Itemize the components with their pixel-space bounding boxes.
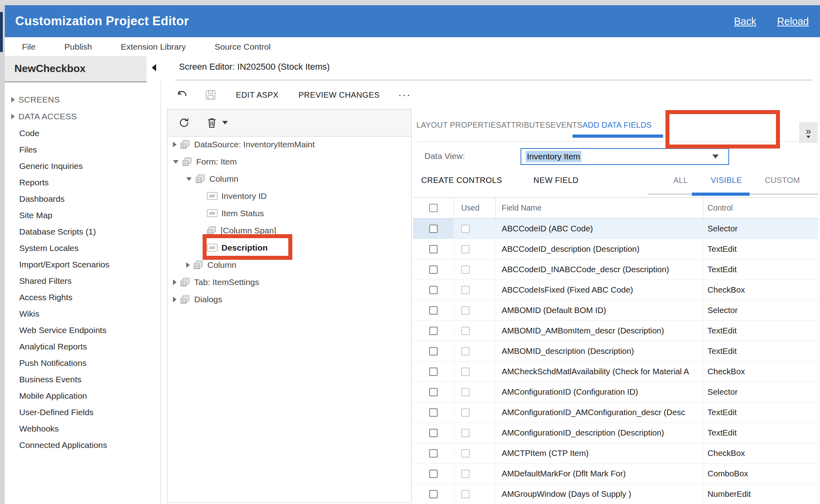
- row-select-checkbox[interactable]: [429, 306, 438, 315]
- panel-tab[interactable]: LAYOUT PROPERTIES: [416, 120, 501, 130]
- row-used-checkbox[interactable]: [461, 286, 470, 294]
- back-link[interactable]: Back: [734, 16, 756, 27]
- sidebar-collapse-button[interactable]: [147, 56, 161, 79]
- row-used-checkbox[interactable]: [461, 327, 470, 335]
- table-row[interactable]: ABCCodeID_INABCCode_descr (Description) …: [413, 259, 818, 280]
- expand-arrow-down-icon[interactable]: [173, 160, 179, 164]
- new-field-button[interactable]: NEW FIELD: [533, 176, 579, 185]
- sidebar-item[interactable]: Database Scripts (1): [5, 223, 161, 240]
- sidebar-item[interactable]: Access Rights: [5, 289, 161, 305]
- panel-tab[interactable]: ADD DATA FIELDS: [583, 120, 652, 130]
- menu-item[interactable]: Extension Library: [121, 42, 186, 52]
- row-select-checkbox[interactable]: [429, 286, 438, 294]
- sidebar-item[interactable]: Site Map: [5, 207, 161, 223]
- table-row[interactable]: AMDefaultMarkFor (Dflt Mark For) ComboBo…: [413, 464, 818, 484]
- row-used-checkbox[interactable]: [461, 408, 470, 417]
- undo-button[interactable]: [177, 90, 189, 100]
- menu-item[interactable]: File: [22, 42, 36, 52]
- sidebar-item[interactable]: Files: [5, 141, 161, 158]
- filter-tab[interactable]: VISIBLE: [711, 176, 742, 185]
- row-used-checkbox[interactable]: [461, 225, 470, 233]
- sidebar-item[interactable]: Import/Export Scenarios: [5, 256, 161, 273]
- select-all-checkbox[interactable]: [429, 204, 438, 212]
- table-row[interactable]: AMConfigurationID (Configuration ID) Sel…: [413, 382, 818, 402]
- expand-arrow-right-icon[interactable]: [173, 142, 177, 147]
- tree-node[interactable]: DataSource: InventoryItemMaint: [167, 136, 411, 153]
- sidebar-item[interactable]: Web Service Endpoints: [5, 322, 161, 338]
- table-row[interactable]: AMBOMID_AMBomItem_descr (Description) Te…: [413, 321, 818, 341]
- row-used-checkbox[interactable]: [461, 245, 470, 253]
- table-row[interactable]: ABCCodeIsFixed (Fixed ABC Code) CheckBox: [413, 280, 818, 300]
- tree-node[interactable]: abl Inventory ID: [167, 187, 411, 205]
- row-select-checkbox[interactable]: [429, 388, 438, 396]
- expand-arrow-right-icon[interactable]: [173, 279, 177, 285]
- menu-item[interactable]: Source Control: [215, 42, 271, 52]
- table-row[interactable]: ABCCodeID_description (Description) Text…: [413, 239, 818, 259]
- tree-node[interactable]: Column: [167, 256, 411, 273]
- filter-tab[interactable]: CUSTOM: [765, 176, 800, 185]
- create-controls-button[interactable]: CREATE CONTROLS: [421, 176, 502, 185]
- row-select-checkbox[interactable]: [429, 367, 438, 376]
- delete-button[interactable]: [207, 117, 228, 129]
- sidebar-item[interactable]: Business Events: [5, 371, 161, 388]
- sidebar-item[interactable]: Code: [5, 125, 161, 141]
- sidebar-item[interactable]: Wikis: [5, 305, 161, 322]
- row-select-checkbox[interactable]: [429, 490, 438, 498]
- row-used-checkbox[interactable]: [461, 367, 470, 376]
- edit-aspx-button[interactable]: EDIT ASPX: [236, 90, 279, 100]
- sidebar-item[interactable]: Reports: [5, 174, 161, 191]
- expand-panel-button[interactable]: »: [799, 122, 818, 143]
- expand-arrow-down-icon[interactable]: [186, 177, 192, 181]
- table-row[interactable]: AMCheckSchdMatlAvailability (Check for M…: [413, 361, 818, 382]
- more-options-button[interactable]: ···: [398, 89, 411, 101]
- tree-node[interactable]: Form: Item: [167, 153, 411, 170]
- table-row[interactable]: AMBOMID (Default BOM ID) Selector: [413, 300, 818, 321]
- data-view-combobox[interactable]: Inventory Item: [521, 148, 729, 165]
- sidebar-item[interactable]: Shared Filters: [5, 273, 161, 289]
- menu-item[interactable]: Publish: [64, 42, 92, 52]
- table-row[interactable]: AMBOMID_description (Description) TextEd…: [413, 341, 818, 361]
- panel-tab[interactable]: EVENTS: [551, 120, 583, 130]
- row-used-checkbox[interactable]: [461, 265, 470, 274]
- tree-node[interactable]: abl Description: [167, 239, 411, 256]
- tree-node[interactable]: Tab: ItemSettings: [167, 273, 411, 291]
- row-used-checkbox[interactable]: [461, 470, 470, 478]
- refresh-button[interactable]: [179, 117, 189, 128]
- row-select-checkbox[interactable]: [429, 327, 438, 335]
- expand-arrow-right-icon[interactable]: [173, 297, 177, 302]
- row-select-checkbox[interactable]: [429, 408, 438, 417]
- tree-node[interactable]: abl Item Status: [167, 205, 411, 222]
- row-used-checkbox[interactable]: [461, 429, 470, 437]
- row-select-checkbox[interactable]: [429, 347, 438, 355]
- preview-changes-button[interactable]: PREVIEW CHANGES: [299, 90, 380, 100]
- table-row[interactable]: AMGroupWindow (Days of Supply ) NumberEd…: [413, 484, 818, 504]
- filter-tab[interactable]: ALL: [673, 176, 688, 185]
- row-select-checkbox[interactable]: [429, 470, 438, 478]
- table-row[interactable]: ABCCodeID (ABC Code) Selector: [413, 219, 818, 239]
- tree-node[interactable]: [Column Span]: [167, 222, 411, 239]
- row-used-checkbox[interactable]: [461, 306, 470, 315]
- row-used-checkbox[interactable]: [461, 388, 470, 396]
- sidebar-section[interactable]: SCREENS: [5, 91, 161, 108]
- row-used-checkbox[interactable]: [461, 347, 470, 355]
- sidebar-item[interactable]: System Locales: [5, 240, 161, 256]
- sidebar-item[interactable]: Mobile Application: [5, 388, 161, 404]
- panel-tab[interactable]: ATTRIBUTES: [501, 120, 551, 130]
- sidebar-item[interactable]: Push Notifications: [5, 355, 161, 371]
- dropdown-caret-icon[interactable]: [712, 155, 719, 159]
- tree-node[interactable]: Column: [167, 170, 411, 187]
- table-row[interactable]: AMConfigurationID_description (Descripti…: [413, 423, 818, 443]
- sidebar-section[interactable]: DATA ACCESS: [5, 108, 161, 125]
- reload-link[interactable]: Reload: [777, 16, 809, 27]
- sidebar-item[interactable]: Dashboards: [5, 191, 161, 207]
- row-used-checkbox[interactable]: [461, 490, 470, 498]
- row-select-checkbox[interactable]: [429, 429, 438, 437]
- sidebar-item[interactable]: Generic Inquiries: [5, 158, 161, 174]
- row-select-checkbox[interactable]: [429, 225, 438, 233]
- row-select-checkbox[interactable]: [429, 245, 438, 253]
- expand-arrow-right-icon[interactable]: [186, 262, 190, 268]
- sidebar-item[interactable]: Webhooks: [5, 420, 161, 437]
- table-row[interactable]: AMCTPItem (CTP Item) CheckBox: [413, 443, 818, 464]
- sidebar-item[interactable]: User-Defined Fields: [5, 404, 161, 420]
- save-button[interactable]: [205, 90, 217, 100]
